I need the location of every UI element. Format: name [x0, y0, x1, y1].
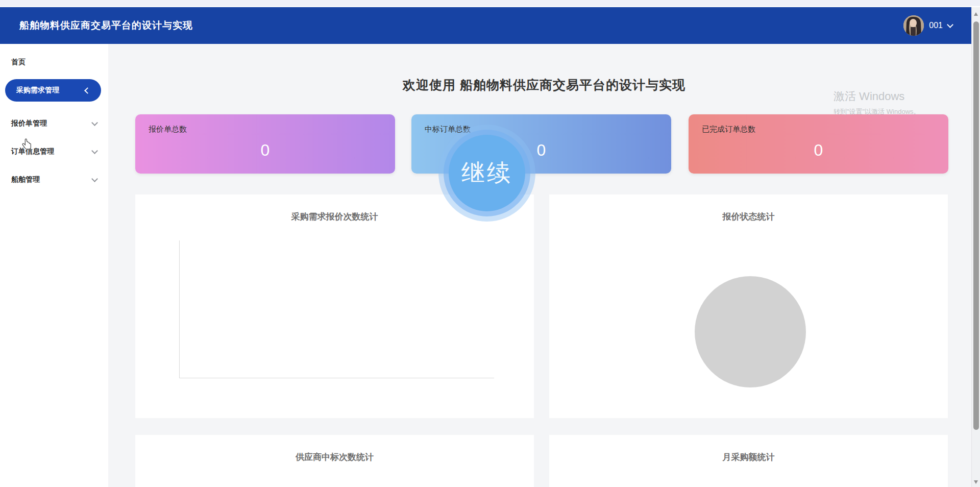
sidebar-item-ship-mgmt[interactable]: 船舶管理	[0, 168, 108, 191]
chart-panel-quote-status: 报价状态统计	[549, 194, 948, 418]
stat-card-value: 0	[689, 141, 948, 160]
chevron-down-icon	[947, 21, 953, 28]
scrollbar-thumb[interactable]	[973, 21, 979, 430]
username-label: 001	[929, 21, 943, 30]
app-title: 船舶物料供应商交易平台的设计与实现	[19, 19, 193, 32]
sidebar-item-label: 采购需求管理	[16, 86, 85, 95]
stat-card-label: 已完成订单总数	[702, 125, 755, 134]
chevron-left-icon	[84, 87, 91, 94]
continue-overlay-button[interactable]: 继续	[438, 125, 535, 222]
sidebar-item-purchase-demand[interactable]: 采购需求管理	[5, 79, 101, 102]
stat-card-value: 0	[135, 141, 395, 160]
continue-overlay-label: 继续	[461, 157, 512, 189]
continue-overlay-core: 继续	[449, 135, 525, 211]
sidebar: 首页 采购需求管理 报价单管理 订单信息管理 船舶管理	[0, 44, 108, 487]
page-scrollbar[interactable]	[971, 7, 980, 487]
chevron-down-icon	[91, 148, 98, 154]
chart-panel-supplier-wins: 供应商中标次数统计	[135, 435, 534, 487]
chart-panel-monthly-purchase: 月采购额统计	[549, 435, 948, 487]
stat-card-completed-orders[interactable]: 已完成订单总数 0	[689, 114, 948, 174]
mouse-hand-cursor-icon	[20, 138, 34, 153]
sidebar-item-quotation[interactable]: 报价单管理	[0, 112, 108, 135]
pie-chart-placeholder	[695, 276, 806, 387]
welcome-heading: 欢迎使用 船舶物料供应商交易平台的设计与实现	[108, 77, 980, 93]
app-header: 船舶物料供应商交易平台的设计与实现 001	[0, 7, 980, 44]
user-menu[interactable]: 001	[903, 7, 952, 44]
sidebar-item-label: 报价单管理	[11, 119, 92, 128]
chart-panel-quote-count: 采购需求报价次数统计	[135, 194, 534, 418]
chart-title: 月采购额统计	[549, 451, 948, 463]
scrollbar-down-arrow[interactable]	[974, 480, 978, 484]
stat-card-label: 报价单总数	[149, 125, 187, 134]
continue-overlay-ring: 继续	[444, 130, 530, 216]
chevron-down-icon	[91, 119, 98, 126]
chart-y-axis	[179, 240, 180, 378]
chevron-down-icon	[91, 176, 98, 182]
chart-x-axis	[179, 378, 494, 378]
sidebar-item-label: 首页	[11, 58, 97, 67]
scrollbar-up-arrow[interactable]	[974, 12, 978, 16]
chart-title: 报价状态统计	[549, 211, 948, 223]
sidebar-item-order-info[interactable]: 订单信息管理	[0, 140, 108, 163]
main-content: 欢迎使用 船舶物料供应商交易平台的设计与实现 报价单总数 0 中标订单总数 0 …	[108, 44, 980, 487]
stat-card-total-quotes[interactable]: 报价单总数 0	[135, 114, 395, 174]
sidebar-item-label: 船舶管理	[11, 175, 92, 184]
sidebar-item-home[interactable]: 首页	[0, 51, 108, 74]
avatar[interactable]	[903, 15, 924, 36]
chart-title: 供应商中标次数统计	[135, 451, 534, 463]
browser-top-strip	[0, 0, 980, 7]
